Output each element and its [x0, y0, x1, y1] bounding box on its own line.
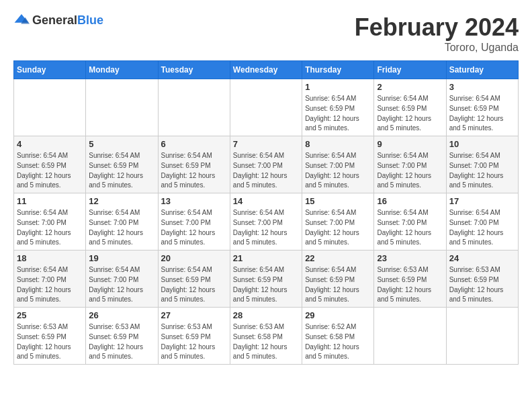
day-daylight: Daylight: 12 hours and 5 minutes.: [17, 285, 83, 304]
logo-general: General: [32, 13, 77, 27]
day-number: 11: [17, 196, 83, 206]
day-number: 12: [89, 196, 154, 206]
day-daylight: Daylight: 12 hours and 5 minutes.: [233, 342, 299, 361]
day-number: 2: [377, 82, 443, 92]
day-sunrise: Sunrise: 6:54 AM: [233, 265, 299, 275]
weekday-header-row: Sunday Monday Tuesday Wednesday Thursday…: [14, 61, 519, 79]
cell-content: 9 Sunrise: 6:54 AM Sunset: 7:00 PM Dayli…: [377, 139, 443, 190]
cell-content: 3 Sunrise: 6:54 AM Sunset: 6:59 PM Dayli…: [449, 82, 515, 133]
cell-content: 19 Sunrise: 6:54 AM Sunset: 7:00 PM Dayl…: [89, 253, 154, 304]
cell-content: 22 Sunrise: 6:54 AM Sunset: 6:59 PM Dayl…: [305, 253, 371, 304]
day-number: 5: [89, 139, 154, 149]
day-sunset: Sunset: 6:59 PM: [305, 104, 371, 113]
day-sunset: Sunset: 7:00 PM: [305, 218, 371, 228]
day-sunset: Sunset: 6:59 PM: [377, 275, 443, 285]
calendar-cell: 22 Sunrise: 6:54 AM Sunset: 6:59 PM Dayl…: [302, 250, 374, 308]
day-daylight: Daylight: 12 hours and 5 minutes.: [89, 285, 154, 304]
day-sunrise: Sunrise: 6:54 AM: [233, 208, 299, 218]
cell-content: 4 Sunrise: 6:54 AM Sunset: 6:59 PM Dayli…: [17, 139, 83, 190]
cell-content: 7 Sunrise: 6:54 AM Sunset: 7:00 PM Dayli…: [233, 139, 299, 190]
day-number: 22: [305, 253, 371, 263]
day-daylight: Daylight: 12 hours and 5 minutes.: [449, 228, 515, 247]
day-number: 7: [233, 139, 299, 149]
day-number: 10: [449, 139, 515, 149]
cell-content: 14 Sunrise: 6:54 AM Sunset: 7:00 PM Dayl…: [233, 196, 299, 247]
cell-content: 20 Sunrise: 6:54 AM Sunset: 6:59 PM Dayl…: [161, 253, 227, 304]
day-daylight: Daylight: 12 hours and 5 minutes.: [305, 342, 371, 361]
day-daylight: Daylight: 12 hours and 5 minutes.: [305, 114, 371, 133]
day-daylight: Daylight: 12 hours and 5 minutes.: [377, 171, 443, 190]
calendar-cell: 8 Sunrise: 6:54 AM Sunset: 7:00 PM Dayli…: [302, 136, 374, 193]
day-number: 17: [449, 196, 515, 206]
cell-content: 5 Sunrise: 6:54 AM Sunset: 6:59 PM Dayli…: [89, 139, 154, 190]
day-sunrise: Sunrise: 6:54 AM: [233, 151, 299, 161]
day-sunrise: Sunrise: 6:54 AM: [17, 265, 83, 275]
day-daylight: Daylight: 12 hours and 5 minutes.: [17, 228, 83, 247]
day-number: 9: [377, 139, 443, 149]
day-sunset: Sunset: 7:00 PM: [17, 218, 83, 228]
day-daylight: Daylight: 12 hours and 5 minutes.: [449, 114, 515, 133]
calendar-cell: 14 Sunrise: 6:54 AM Sunset: 7:00 PM Dayl…: [230, 193, 302, 250]
calendar-cell: 16 Sunrise: 6:54 AM Sunset: 7:00 PM Dayl…: [374, 193, 446, 250]
calendar-week-4: 25 Sunrise: 6:53 AM Sunset: 6:59 PM Dayl…: [14, 308, 519, 365]
day-number: 15: [305, 196, 371, 206]
day-daylight: Daylight: 12 hours and 5 minutes.: [233, 171, 299, 190]
calendar-cell: 2 Sunrise: 6:54 AM Sunset: 6:59 PM Dayli…: [374, 79, 446, 136]
day-number: 27: [161, 310, 227, 320]
cell-content: 29 Sunrise: 6:52 AM Sunset: 6:58 PM Dayl…: [305, 310, 371, 361]
calendar-cell: [14, 79, 86, 136]
cell-content: 24 Sunrise: 6:53 AM Sunset: 6:59 PM Dayl…: [449, 253, 515, 304]
day-sunrise: Sunrise: 6:54 AM: [161, 208, 227, 218]
header-tuesday: Tuesday: [158, 61, 230, 79]
cell-content: 28 Sunrise: 6:53 AM Sunset: 6:58 PM Dayl…: [233, 310, 299, 361]
calendar-cell: 24 Sunrise: 6:53 AM Sunset: 6:59 PM Dayl…: [446, 250, 518, 308]
calendar-week-0: 1 Sunrise: 6:54 AM Sunset: 6:59 PM Dayli…: [14, 79, 519, 136]
day-daylight: Daylight: 12 hours and 5 minutes.: [161, 171, 227, 190]
day-sunrise: Sunrise: 6:54 AM: [377, 94, 443, 103]
calendar-cell: 18 Sunrise: 6:54 AM Sunset: 7:00 PM Dayl…: [14, 250, 86, 308]
day-sunrise: Sunrise: 6:54 AM: [17, 208, 83, 218]
day-daylight: Daylight: 12 hours and 5 minutes.: [89, 171, 154, 190]
day-number: 21: [233, 253, 299, 263]
day-sunset: Sunset: 7:00 PM: [449, 161, 515, 171]
day-number: 18: [17, 253, 83, 263]
header-sunday: Sunday: [14, 61, 86, 79]
day-daylight: Daylight: 12 hours and 5 minutes.: [377, 114, 443, 133]
calendar-cell: 15 Sunrise: 6:54 AM Sunset: 7:00 PM Dayl…: [302, 193, 374, 250]
cell-content: 27 Sunrise: 6:53 AM Sunset: 6:59 PM Dayl…: [161, 310, 227, 361]
day-sunset: Sunset: 7:00 PM: [89, 218, 154, 228]
calendar-cell: 28 Sunrise: 6:53 AM Sunset: 6:58 PM Dayl…: [230, 308, 302, 365]
day-sunset: Sunset: 6:59 PM: [377, 104, 443, 113]
day-sunrise: Sunrise: 6:53 AM: [89, 322, 154, 332]
cell-content: 23 Sunrise: 6:53 AM Sunset: 6:59 PM Dayl…: [377, 253, 443, 304]
cell-content: 16 Sunrise: 6:54 AM Sunset: 7:00 PM Dayl…: [377, 196, 443, 247]
cell-content: 17 Sunrise: 6:54 AM Sunset: 7:00 PM Dayl…: [449, 196, 515, 247]
calendar-cell: [158, 79, 230, 136]
day-sunrise: Sunrise: 6:53 AM: [161, 322, 227, 332]
day-sunset: Sunset: 6:59 PM: [17, 332, 83, 342]
day-sunrise: Sunrise: 6:54 AM: [161, 151, 227, 161]
cell-content: 10 Sunrise: 6:54 AM Sunset: 7:00 PM Dayl…: [449, 139, 515, 190]
day-number: 1: [305, 82, 371, 92]
day-sunrise: Sunrise: 6:53 AM: [233, 322, 299, 332]
calendar-cell: 1 Sunrise: 6:54 AM Sunset: 6:59 PM Dayli…: [302, 79, 374, 136]
day-sunset: Sunset: 6:59 PM: [449, 104, 515, 113]
calendar-cell: 4 Sunrise: 6:54 AM Sunset: 6:59 PM Dayli…: [14, 136, 86, 193]
cell-content: 13 Sunrise: 6:54 AM Sunset: 7:00 PM Dayl…: [161, 196, 227, 247]
cell-content: 15 Sunrise: 6:54 AM Sunset: 7:00 PM Dayl…: [305, 196, 371, 247]
day-sunrise: Sunrise: 6:54 AM: [377, 151, 443, 161]
day-sunrise: Sunrise: 6:53 AM: [17, 322, 83, 332]
day-sunset: Sunset: 6:59 PM: [233, 275, 299, 285]
cell-content: 11 Sunrise: 6:54 AM Sunset: 7:00 PM Dayl…: [17, 196, 83, 247]
day-number: 19: [89, 253, 154, 263]
day-sunrise: Sunrise: 6:54 AM: [377, 208, 443, 218]
cell-content: 21 Sunrise: 6:54 AM Sunset: 6:59 PM Dayl…: [233, 253, 299, 304]
cell-content: 18 Sunrise: 6:54 AM Sunset: 7:00 PM Dayl…: [17, 253, 83, 304]
day-number: 13: [161, 196, 227, 206]
day-sunrise: Sunrise: 6:52 AM: [305, 322, 371, 332]
cell-content: 26 Sunrise: 6:53 AM Sunset: 6:59 PM Dayl…: [89, 310, 154, 361]
header-thursday: Thursday: [302, 61, 374, 79]
calendar-week-1: 4 Sunrise: 6:54 AM Sunset: 6:59 PM Dayli…: [14, 136, 519, 193]
calendar-table: Sunday Monday Tuesday Wednesday Thursday…: [13, 60, 519, 365]
calendar-cell: 5 Sunrise: 6:54 AM Sunset: 6:59 PM Dayli…: [86, 136, 158, 193]
